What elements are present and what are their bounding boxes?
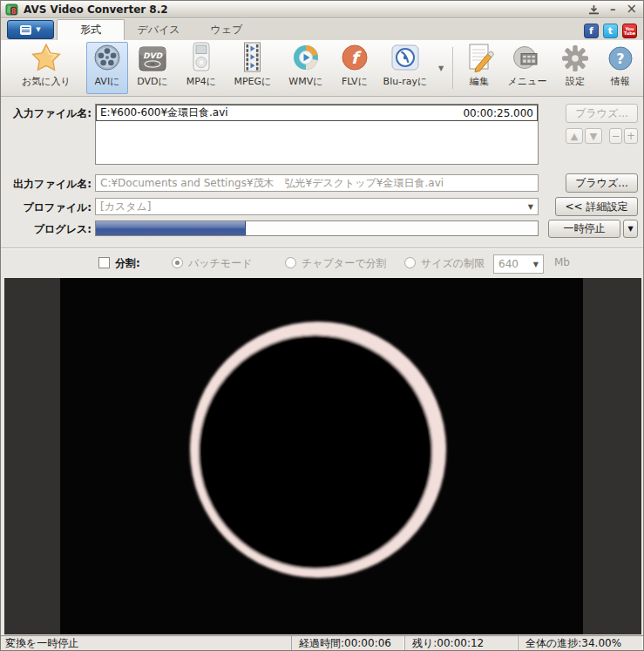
size-limit-value: 640 bbox=[498, 258, 519, 270]
chevron-down-icon: ▼ bbox=[528, 203, 533, 211]
output-file-label: 出力ファイル名: bbox=[4, 177, 92, 192]
window-title: AVS Video Converter 8.2 bbox=[24, 3, 588, 16]
favorites-button[interactable]: お気に入り bbox=[6, 42, 86, 94]
pause-button[interactable]: 一時停止 bbox=[548, 220, 620, 238]
main-menu-button[interactable]: ▼ bbox=[7, 20, 54, 39]
input-file-duration: 00:00:25.000 bbox=[456, 107, 533, 119]
video-frame bbox=[60, 278, 583, 634]
progress-label: プログレス: bbox=[4, 222, 92, 237]
size-limit-combobox[interactable]: 640 ▼ bbox=[493, 254, 544, 274]
convert-to-flv-button[interactable]: f FLVに bbox=[332, 42, 377, 94]
media-play-disc-icon bbox=[291, 43, 321, 72]
input-file-list[interactable]: E:¥600-600¥金環日食.avi 00:00:25.000 bbox=[95, 104, 539, 165]
minimize-to-tray-button[interactable] bbox=[588, 4, 600, 15]
facebook-icon[interactable]: f bbox=[584, 24, 599, 38]
output-browse-button[interactable]: ブラウズ... bbox=[566, 173, 638, 193]
profile-value: [カスタム] bbox=[100, 200, 152, 214]
convert-to-mpeg-button[interactable]: MPEGに bbox=[226, 42, 280, 94]
ribbon-tab-row: ▼ 形式 デバイス ウェブ f t YouTube bbox=[1, 19, 643, 40]
convert-to-dvd-button[interactable]: DVD DVDに bbox=[128, 42, 177, 94]
disc-menu-icon bbox=[512, 44, 542, 72]
input-file-label: 入力ファイル名: bbox=[4, 106, 92, 121]
section-divider bbox=[1, 248, 643, 249]
status-remaining-time: 残り:00:00:12 bbox=[404, 636, 518, 651]
chevron-down-icon: ▼ bbox=[36, 26, 40, 33]
split-label: 分割: bbox=[115, 256, 140, 271]
status-state: 変換を一時停止 bbox=[1, 636, 291, 651]
svg-text:?: ? bbox=[616, 51, 624, 67]
tab-web[interactable]: ウェブ bbox=[193, 19, 261, 40]
advanced-settings-button[interactable]: << 詳細設定 bbox=[555, 197, 638, 216]
tab-format[interactable]: 形式 bbox=[57, 19, 125, 40]
size-limit-label: サイズの制限 bbox=[421, 256, 485, 271]
bluray-disc-icon bbox=[390, 43, 420, 72]
profile-label: プロファイル: bbox=[4, 200, 92, 215]
eclipse-video-still bbox=[60, 278, 583, 634]
svg-text:8: 8 bbox=[11, 7, 17, 15]
output-file-field[interactable]: C:¥Documents and Settings¥茂木 弘光¥デスクトップ¥金… bbox=[95, 174, 539, 192]
youtube-icon[interactable]: YouTube bbox=[622, 24, 637, 38]
input-browse-button[interactable]: ブラウズ... bbox=[566, 104, 638, 123]
video-preview-area bbox=[4, 278, 641, 634]
remove-file-button[interactable]: − bbox=[609, 128, 622, 144]
progress-bar bbox=[95, 220, 539, 236]
close-button[interactable]: × bbox=[626, 3, 637, 15]
info-button[interactable]: ? 情報 bbox=[598, 42, 643, 94]
move-up-button[interactable]: ▲ bbox=[566, 128, 583, 144]
move-down-button[interactable]: ▼ bbox=[585, 128, 602, 144]
convert-to-avi-button[interactable]: AVIに bbox=[86, 42, 128, 94]
film-reel-icon bbox=[92, 43, 122, 72]
app-icon: 8 bbox=[5, 3, 19, 17]
profile-combobox[interactable]: [カスタム] ▼ bbox=[95, 198, 539, 215]
flash-icon: f bbox=[340, 43, 369, 72]
convert-to-bluray-button[interactable]: Blu-rayに bbox=[377, 42, 433, 94]
batch-mode-label: バッチモード bbox=[188, 256, 252, 271]
help-icon: ? bbox=[607, 44, 634, 72]
size-unit-label: Mb bbox=[554, 256, 570, 268]
settings-button[interactable]: 設定 bbox=[552, 42, 598, 94]
status-overall-progress: 全体の進捗:34.00% bbox=[518, 636, 643, 651]
titlebar: 8 AVS Video Converter 8.2 – × bbox=[1, 1, 643, 18]
svg-text:DVD: DVD bbox=[143, 51, 163, 60]
split-by-chapters-radio[interactable] bbox=[285, 257, 296, 268]
output-file-path: C:¥Documents and Settings¥茂木 弘光¥デスクトップ¥金… bbox=[100, 176, 444, 191]
format-toolbar: お気に入り AVIに bbox=[1, 40, 643, 97]
twitter-icon[interactable]: t bbox=[603, 24, 618, 38]
size-limit-radio[interactable] bbox=[404, 257, 416, 268]
more-formats-dropdown[interactable]: ▼ bbox=[433, 64, 449, 72]
dvd-disc-icon: DVD bbox=[138, 45, 167, 72]
chevron-down-icon: ▼ bbox=[533, 261, 539, 268]
menu-disc-button[interactable]: メニュー bbox=[502, 42, 552, 94]
minimize-button[interactable]: – bbox=[610, 3, 616, 15]
convert-to-mp4-button[interactable]: MP4に bbox=[177, 42, 226, 94]
edit-pencil-icon bbox=[465, 43, 494, 72]
edit-button[interactable]: 編集 bbox=[457, 42, 502, 94]
input-file-path: E:¥600-600¥金環日食.avi bbox=[100, 105, 228, 120]
batch-mode-radio[interactable] bbox=[172, 257, 183, 268]
convert-to-wmv-button[interactable]: WMVに bbox=[280, 42, 332, 94]
gear-icon bbox=[561, 44, 589, 72]
portable-player-icon bbox=[193, 42, 210, 72]
tab-devices[interactable]: デバイス bbox=[125, 19, 193, 40]
add-file-button[interactable]: + bbox=[624, 128, 638, 144]
statusbar: 変換を一時停止 経過時間:00:00:06 残り:00:00:12 全体の進捗:… bbox=[1, 635, 643, 651]
star-icon bbox=[31, 43, 62, 72]
input-file-row-selected[interactable]: E:¥600-600¥金環日食.avi 00:00:25.000 bbox=[96, 105, 538, 121]
app-window: 8 AVS Video Converter 8.2 – × ▼ 形式 デバイス … bbox=[0, 0, 644, 651]
progress-fill bbox=[96, 221, 246, 235]
film-strip-icon bbox=[241, 42, 263, 72]
split-checkbox[interactable] bbox=[98, 257, 110, 268]
toolbar-separator bbox=[452, 47, 453, 89]
status-elapsed-time: 経過時間:00:00:06 bbox=[291, 636, 404, 651]
menu-icon bbox=[20, 25, 31, 35]
pause-dropdown-button[interactable]: ▼ bbox=[623, 220, 638, 238]
split-by-chapters-label: チャプターで分割 bbox=[302, 256, 386, 271]
